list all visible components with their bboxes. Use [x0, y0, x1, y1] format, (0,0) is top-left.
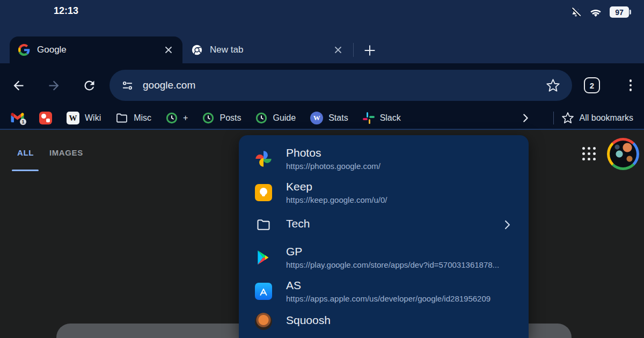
- tab-all[interactable]: ALL: [17, 148, 34, 157]
- address-bar[interactable]: google.com: [109, 70, 572, 101]
- clock-time: 12:13: [54, 5, 78, 17]
- tab-images[interactable]: IMAGES: [49, 148, 83, 157]
- menu-kebab-icon[interactable]: [621, 76, 640, 94]
- bookmark-title: GP: [286, 245, 499, 258]
- forward-button[interactable]: [43, 75, 64, 96]
- tab-close-icon[interactable]: [163, 45, 174, 55]
- tab-strip-divider: [353, 43, 354, 57]
- menu-item-squoosh[interactable]: Squoosh: [239, 308, 529, 335]
- bookmark-title: Photos: [286, 146, 380, 159]
- google-play-icon: [254, 249, 273, 266]
- tab-title: Google: [37, 45, 163, 55]
- menu-item-keep[interactable]: Keep https://keep.google.com/u/0/: [239, 175, 529, 209]
- url-text[interactable]: google.com: [143, 79, 537, 91]
- menu-item-tech-folder[interactable]: Tech: [239, 209, 529, 240]
- status-icons: 97: [570, 0, 629, 24]
- bookmark-posts[interactable]: Posts: [202, 112, 241, 124]
- bookmark-guide[interactable]: Guide: [255, 112, 296, 124]
- bookmark-url: https://photos.google.com/: [286, 161, 380, 171]
- wifi-icon: [589, 6, 602, 18]
- tab-new-tab[interactable]: New tab: [182, 36, 352, 63]
- new-tab-button[interactable]: [360, 41, 379, 60]
- gmail-icon: 1: [11, 112, 25, 124]
- wikipedia-icon: W: [67, 112, 79, 124]
- chrome-icon: [191, 44, 203, 56]
- google-apps-grid-icon[interactable]: [582, 147, 596, 161]
- google-favicon-icon: [18, 44, 30, 56]
- clock-icon: [202, 112, 214, 124]
- wordpress-icon: W: [310, 112, 323, 124]
- menu-item-photos[interactable]: Photos https://photos.google.com/: [239, 142, 529, 175]
- clock-icon: [255, 112, 267, 124]
- bookmarks-bar: 1 W Wiki Misc + Posts Guide W St: [0, 107, 644, 129]
- clock-icon: [166, 112, 178, 124]
- bookmarks-bar-divider: [553, 112, 554, 124]
- app-store-icon: [254, 283, 273, 300]
- profile-avatar[interactable]: [607, 138, 639, 170]
- bookmark-slack[interactable]: Slack: [363, 112, 401, 124]
- bookmark-title: AS: [286, 279, 491, 292]
- submenu-chevron-icon: [501, 218, 514, 231]
- site-settings-icon[interactable]: [121, 79, 134, 92]
- bookmark-stats[interactable]: W Stats: [310, 112, 348, 124]
- gmail-badge: 1: [20, 119, 26, 125]
- tab-switcher-button[interactable]: 2: [584, 77, 600, 93]
- tab-count: 2: [590, 81, 594, 90]
- bookmark-red-app[interactable]: [39, 112, 52, 124]
- mute-icon: [570, 6, 582, 18]
- red-shapes-icon: [39, 112, 52, 124]
- google-keep-icon: [254, 184, 273, 201]
- menu-item-as[interactable]: AS https://apps.apple.com/us/developer/g…: [239, 274, 529, 308]
- star-outline-icon: [561, 112, 574, 124]
- reload-button[interactable]: [78, 75, 100, 96]
- status-bar: 12:13 97: [0, 0, 644, 24]
- bookmark-url: https://play.google.com/store/apps/dev?i…: [286, 260, 499, 269]
- bookmark-wiki[interactable]: W Wiki: [67, 112, 101, 124]
- bookmark-url: https://apps.apple.com/us/developer/goog…: [286, 294, 491, 303]
- bookmarks-overflow-chevron[interactable]: [519, 112, 531, 124]
- folder-icon: [254, 217, 273, 232]
- bookmark-gmail[interactable]: 1: [11, 112, 25, 124]
- menu-item-gp[interactable]: GP https://play.google.com/store/apps/de…: [239, 240, 529, 274]
- avatar-image: [610, 141, 636, 167]
- bookmark-title: Tech: [286, 217, 310, 230]
- back-button[interactable]: [8, 75, 29, 96]
- active-tab-underline: [12, 170, 39, 171]
- bookmark-title: Keep: [286, 180, 387, 193]
- bookmark-title: Squoosh: [286, 314, 331, 327]
- bookmark-folder-menu: Photos https://photos.google.com/ Keep h…: [239, 135, 529, 338]
- tab-title: New tab: [210, 45, 333, 55]
- bookmark-folder-misc[interactable]: Misc: [115, 112, 151, 124]
- bookmark-plus[interactable]: +: [166, 112, 188, 124]
- all-bookmarks-button[interactable]: All bookmarks: [561, 112, 633, 124]
- tab-strip: Google New tab: [0, 24, 644, 63]
- slack-icon: [363, 112, 375, 124]
- squoosh-icon: [254, 313, 273, 330]
- google-photos-icon: [254, 150, 273, 168]
- tab-google[interactable]: Google: [10, 36, 182, 63]
- toolbar: google.com 2: [0, 63, 644, 107]
- bookmark-url: https://keep.google.com/u/0/: [286, 195, 387, 204]
- battery-percent: 97: [615, 8, 624, 17]
- bookmark-star-icon[interactable]: [546, 78, 560, 93]
- folder-icon: [115, 112, 128, 124]
- tab-close-icon[interactable]: [333, 45, 343, 55]
- battery-icon: 97: [610, 6, 629, 18]
